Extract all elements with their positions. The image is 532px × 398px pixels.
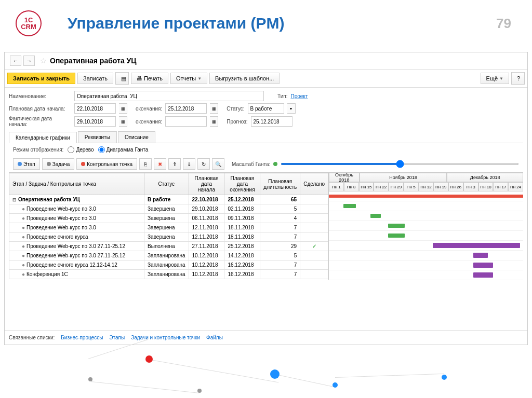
- status-input[interactable]: [248, 103, 284, 114]
- radio-tree[interactable]: Дерево: [68, 146, 94, 153]
- task-button[interactable]: Задача: [42, 158, 75, 170]
- link-bp[interactable]: Бизнес-процессы: [61, 335, 103, 340]
- gantt-bar[interactable]: [370, 214, 381, 218]
- doc-button[interactable]: ▤: [115, 72, 129, 85]
- logo-1c-crm: 1C CRM: [16, 10, 42, 36]
- move-down-button[interactable]: ⇓: [183, 158, 195, 170]
- day-header: Пн 17: [493, 182, 508, 191]
- type-label: Тип:: [277, 93, 287, 99]
- link-files[interactable]: Файлы: [206, 335, 223, 340]
- search-button[interactable]: 🔍: [212, 158, 224, 170]
- titlebar: ← → ☆ Оперативная работа УЦ: [5, 52, 527, 70]
- tab-calendar[interactable]: Календарные графики: [9, 132, 77, 143]
- gantt-bar[interactable]: [473, 272, 493, 278]
- copy-button[interactable]: ⎘: [139, 158, 152, 170]
- display-mode: Режим отображения: Дерево Диаграмма Гант…: [9, 143, 523, 156]
- gantt-row: [329, 270, 523, 280]
- back-button[interactable]: ←: [10, 56, 21, 66]
- print-icon: 🖶: [137, 75, 142, 81]
- col-task[interactable]: Этап / Задача / Контрольная точка: [9, 173, 144, 195]
- plan-end-input[interactable]: [165, 103, 207, 114]
- gantt-split: Этап / Задача / Контрольная точка Статус…: [9, 172, 523, 280]
- calendar-icon[interactable]: ▦: [119, 116, 127, 127]
- gantt-bar[interactable]: [343, 204, 356, 208]
- gantt-row: [329, 251, 523, 260]
- table-row[interactable]: ●Проведение Web-курс по 3.0 Завершена 12…: [9, 223, 328, 232]
- milestone-button[interactable]: Контрольная точка: [76, 158, 137, 170]
- plan-start-input[interactable]: [74, 103, 116, 114]
- scale-slider[interactable]: [281, 163, 519, 165]
- link-tasks[interactable]: Задачи и контрольные точки: [131, 335, 200, 340]
- forecast-label: Прогноз:: [227, 119, 247, 125]
- save-button[interactable]: Записать: [77, 73, 113, 84]
- fact-end-input[interactable]: [165, 116, 207, 127]
- fact-start-input[interactable]: [74, 116, 116, 127]
- radio-gantt[interactable]: Диаграмма Ганта: [98, 146, 149, 153]
- name-input[interactable]: [74, 91, 264, 101]
- gantt-row: [329, 191, 523, 201]
- related-label: Связанные списки:: [9, 335, 55, 340]
- day-header: Пн 1: [329, 182, 344, 191]
- gantt-row: [329, 241, 523, 251]
- footer-decoration: [0, 351, 532, 398]
- day-header: Пн 24: [508, 182, 523, 191]
- move-up-button[interactable]: ⇑: [168, 158, 181, 170]
- col-status[interactable]: Статус: [144, 173, 189, 195]
- export-button[interactable]: Выгрузить в шаблон...: [209, 73, 280, 84]
- col-plan-start: Плановая дата начала: [189, 173, 224, 195]
- slide-number: 79: [496, 16, 511, 32]
- tabs: Календарные графики Реквизиты Описание: [9, 131, 523, 143]
- dropdown-icon[interactable]: ▾: [287, 103, 296, 114]
- expand-icon[interactable]: ⊟: [12, 197, 17, 202]
- table-row[interactable]: ●Проведение очного курса 12.12-14.12 Зап…: [9, 260, 328, 270]
- table-row[interactable]: ●Проведение Web-курс по 3.0 Завершена 29…: [9, 204, 328, 214]
- gantt-bar[interactable]: [433, 243, 520, 248]
- reports-button[interactable]: Отчеты▼: [170, 73, 207, 84]
- gantt-bar[interactable]: [473, 253, 488, 258]
- tab-desc[interactable]: Описание: [118, 131, 155, 143]
- type-link[interactable]: Проект: [290, 93, 308, 99]
- table-row[interactable]: ●Проведение очного курса Завершена 12.11…: [9, 232, 328, 242]
- gantt-bar[interactable]: [388, 234, 405, 238]
- scale-label: Масштаб Ганта:: [232, 161, 270, 167]
- stage-button[interactable]: Этап: [13, 158, 40, 170]
- form-area: Наименование: Тип: Проект Плановая дата …: [5, 88, 527, 283]
- save-close-button[interactable]: Записать и закрыть: [7, 73, 75, 84]
- col-duration[interactable]: Плановая длительность: [260, 173, 300, 195]
- calendar-icon[interactable]: ▦: [210, 103, 218, 114]
- table-row[interactable]: ●Проведение Web-курс по 3.0 27.11-25.12 …: [9, 242, 328, 251]
- window-title: Оперативная работа УЦ: [50, 57, 137, 65]
- print-button[interactable]: 🖶Печать: [131, 73, 168, 84]
- fact-end-label: окончания:: [136, 119, 162, 125]
- day-header: Пн 22: [374, 182, 389, 191]
- link-stages[interactable]: Этапы: [109, 335, 125, 340]
- col-done[interactable]: Сделано: [300, 173, 328, 195]
- calendar-icon[interactable]: ▦: [210, 116, 218, 127]
- table-row[interactable]: ⊟Оперативная работа УЦ В работе 22.10.20…: [9, 195, 328, 204]
- favorite-icon[interactable]: ☆: [40, 57, 47, 65]
- gantt-row: [329, 231, 523, 241]
- day-header: Пн 8: [344, 182, 359, 191]
- slide-title: Управление проектами (PM): [68, 15, 284, 32]
- day-header: Пн 3: [463, 182, 478, 191]
- table-row[interactable]: ●Конференция 1С Запланирована 10.12.2018…: [9, 270, 328, 279]
- table-row[interactable]: ●Проведение Web-курс по 3.0 Завершена 06…: [9, 214, 328, 223]
- gantt-bar[interactable]: [473, 263, 493, 268]
- calendar-icon[interactable]: ▦: [119, 103, 127, 114]
- forward-button[interactable]: →: [23, 56, 35, 66]
- main-toolbar: Записать и закрыть Записать ▤ 🖶Печать От…: [5, 70, 527, 88]
- day-header: Пн 12: [419, 182, 434, 191]
- forecast-input[interactable]: [251, 116, 292, 127]
- day-header: Пн 26: [448, 182, 463, 191]
- help-button[interactable]: ?: [511, 72, 525, 85]
- more-button[interactable]: Ещё▼: [481, 73, 509, 84]
- table-row[interactable]: ●Проведение Web-курс по 3.0 27.11-25.12 …: [9, 251, 328, 260]
- refresh-button[interactable]: ↻: [197, 158, 210, 170]
- day-header: Пн 10: [478, 182, 494, 191]
- col-plan-end[interactable]: Плановая дата окончания: [224, 173, 260, 195]
- month-header: Декабрь 2018: [447, 173, 523, 182]
- gantt-bar[interactable]: [388, 224, 405, 228]
- delete-button[interactable]: ✖: [154, 158, 166, 170]
- gantt-bar[interactable]: [329, 195, 523, 198]
- tab-props[interactable]: Реквизиты: [78, 131, 117, 143]
